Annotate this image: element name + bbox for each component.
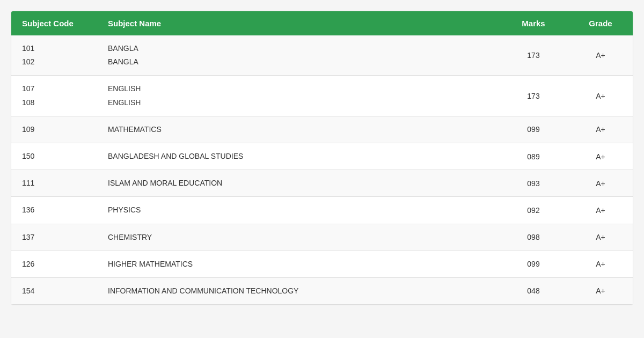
marks-cell: 048 xyxy=(499,277,568,304)
grade-cell: A+ xyxy=(568,224,633,251)
subject-name: ISLAM AND MORAL EDUCATION xyxy=(108,177,488,190)
table-row: 107108ENGLISHENGLISH173A+ xyxy=(11,76,633,116)
subject-name-cell: INFORMATION AND COMMUNICATION TECHNOLOGY xyxy=(97,277,499,304)
subject-code: 136 xyxy=(22,203,86,217)
subject-name-cell: HIGHER MATHEMATICS xyxy=(97,251,499,277)
subject-code-cell: 107108 xyxy=(11,76,97,116)
marks-cell: 099 xyxy=(499,116,568,143)
grade-cell: A+ xyxy=(568,197,633,224)
subject-name: BANGLA xyxy=(108,42,488,55)
header-subject-name: Subject Name xyxy=(97,11,499,35)
subject-code: 154 xyxy=(22,284,86,298)
subject-code: 150 xyxy=(22,150,86,163)
subject-name: INFORMATION AND COMMUNICATION TECHNOLOGY xyxy=(108,284,488,298)
table-row: 154INFORMATION AND COMMUNICATION TECHNOL… xyxy=(11,277,633,304)
subject-name: CHEMISTRY xyxy=(108,231,488,244)
subject-code: 107 xyxy=(22,82,86,95)
subject-name: BANGLA xyxy=(108,55,488,69)
table-row: 111ISLAM AND MORAL EDUCATION093A+ xyxy=(11,170,633,197)
grade-cell: A+ xyxy=(568,143,633,170)
subject-name: ENGLISH xyxy=(108,82,488,95)
marks-cell: 173 xyxy=(499,76,568,116)
subject-code: 111 xyxy=(22,177,86,190)
table-row: 126HIGHER MATHEMATICS099A+ xyxy=(11,251,633,277)
marks-cell: 098 xyxy=(499,224,568,251)
subject-code: 109 xyxy=(22,123,86,136)
marks-cell: 092 xyxy=(499,197,568,224)
subject-code-cell: 126 xyxy=(11,251,97,277)
grade-cell: A+ xyxy=(568,116,633,143)
header-subject-code: Subject Code xyxy=(11,11,97,35)
subject-code: 101 xyxy=(22,42,86,55)
table-row: 109MATHEMATICS099A+ xyxy=(11,116,633,143)
subject-name: PHYSICS xyxy=(108,203,488,217)
subject-code: 137 xyxy=(22,231,86,244)
marks-cell: 093 xyxy=(499,170,568,197)
table-row: 137CHEMISTRY098A+ xyxy=(11,224,633,251)
grade-cell: A+ xyxy=(568,35,633,76)
grade-cell: A+ xyxy=(568,251,633,277)
subject-name: HIGHER MATHEMATICS xyxy=(108,258,488,271)
subject-code-cell: 109 xyxy=(11,116,97,143)
results-table: Subject Code Subject Name Marks Grade 10… xyxy=(11,11,633,305)
header-grade: Grade xyxy=(568,11,633,35)
subject-name-cell: MATHEMATICS xyxy=(97,116,499,143)
table-row: 136PHYSICS092A+ xyxy=(11,197,633,224)
results-table-wrapper: Subject Code Subject Name Marks Grade 10… xyxy=(11,11,633,305)
grade-cell: A+ xyxy=(568,277,633,304)
subject-code: 126 xyxy=(22,258,86,271)
subject-code: 108 xyxy=(22,96,86,109)
subject-name-cell: ISLAM AND MORAL EDUCATION xyxy=(97,170,499,197)
subject-name-cell: BANGLADESH AND GLOBAL STUDIES xyxy=(97,143,499,170)
subject-code-cell: 137 xyxy=(11,224,97,251)
subject-name-cell: PHYSICS xyxy=(97,197,499,224)
subject-name-cell: BANGLABANGLA xyxy=(97,35,499,76)
grade-cell: A+ xyxy=(568,76,633,116)
marks-cell: 099 xyxy=(499,251,568,277)
table-header-row: Subject Code Subject Name Marks Grade xyxy=(11,11,633,35)
subject-code-cell: 101102 xyxy=(11,35,97,76)
header-marks: Marks xyxy=(499,11,568,35)
subject-code-cell: 150 xyxy=(11,143,97,170)
subject-name-cell: CHEMISTRY xyxy=(97,224,499,251)
subject-name: MATHEMATICS xyxy=(108,123,488,136)
marks-cell: 173 xyxy=(499,35,568,76)
subject-code-cell: 154 xyxy=(11,277,97,304)
subject-name: ENGLISH xyxy=(108,96,488,109)
table-row: 101102BANGLABANGLA173A+ xyxy=(11,35,633,76)
subject-code-cell: 111 xyxy=(11,170,97,197)
table-row: 150BANGLADESH AND GLOBAL STUDIES089A+ xyxy=(11,143,633,170)
subject-code-cell: 136 xyxy=(11,197,97,224)
marks-cell: 089 xyxy=(499,143,568,170)
subject-code: 102 xyxy=(22,55,86,69)
subject-name: BANGLADESH AND GLOBAL STUDIES xyxy=(108,150,488,163)
grade-cell: A+ xyxy=(568,170,633,197)
subject-name-cell: ENGLISHENGLISH xyxy=(97,76,499,116)
